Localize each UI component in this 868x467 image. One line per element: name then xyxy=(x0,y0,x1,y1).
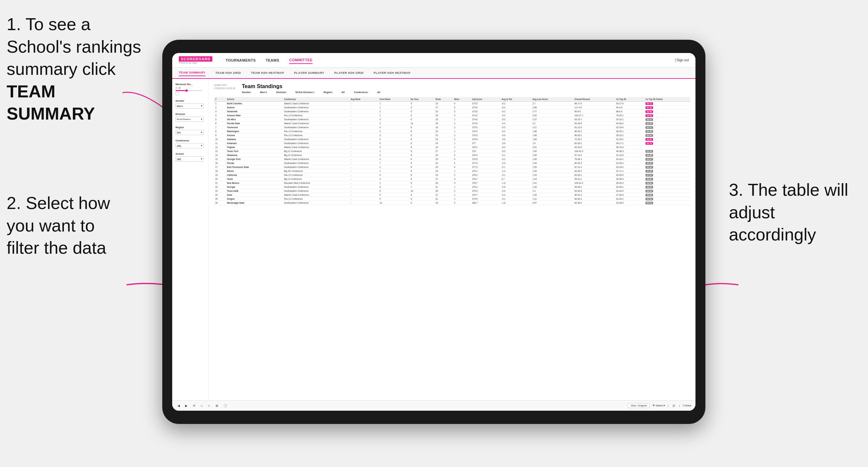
sub-nav-player-summary[interactable]: PLAYER SUMMARY xyxy=(294,70,324,76)
toolbar-copy[interactable]: ⊡ xyxy=(671,403,677,408)
toolbar-home[interactable]: ⌂ xyxy=(199,403,204,408)
cell-wins: 2 xyxy=(453,126,471,129)
watch-button[interactable]: 👁 Watch ▾ xyxy=(652,404,665,407)
cell-no-tour: 8 xyxy=(409,169,434,173)
cell-conference: Pac-12 Conference xyxy=(283,173,349,177)
col-avg-low: Avg Low Score xyxy=(531,97,573,102)
toolbar-share2[interactable]: ⊞ xyxy=(214,403,220,408)
filter-conf-value: All xyxy=(377,91,380,94)
sub-nav-team-h2h-grid[interactable]: TEAM H2H GRID xyxy=(215,70,241,76)
cell-avg-low: 1.85 xyxy=(531,149,573,153)
cell-avg-rank: - xyxy=(349,201,378,205)
col-school: School xyxy=(225,97,282,102)
cell-conf-rank: 2 xyxy=(378,129,409,133)
cell-vs25: 40-38-3 xyxy=(615,149,644,153)
cell-avg-rank: - xyxy=(349,142,378,146)
cell-conference: Southeastern Conference xyxy=(283,142,349,146)
cell-vs50: 83.68 xyxy=(644,153,690,157)
cell-avg-par: -6.2 xyxy=(500,102,531,106)
cell-conference: Big Ten Conference xyxy=(283,169,349,173)
cell-rnds: 24 xyxy=(434,153,453,157)
sub-nav-player-h2h-heatmap[interactable]: PLAYER H2H HEATMAP xyxy=(374,70,411,76)
standings-table: # School Conference Avg Rank Conf Rank N… xyxy=(214,97,690,205)
cell-rank: 21 xyxy=(214,181,225,185)
cell-avg-low: 2.2 xyxy=(531,122,573,126)
sub-nav-team-summary[interactable]: TEAM SUMMARY xyxy=(179,69,205,76)
cell-adj-score: 276.9 xyxy=(471,157,500,161)
cell-rank: 24 xyxy=(214,193,225,197)
region-select[interactable]: N/A ▾ xyxy=(176,130,204,135)
tablet-frame: SCOREBOARD Powered by clippi TOURNAMENTS… xyxy=(162,40,705,424)
cell-overall: 83-15-0 xyxy=(573,146,615,149)
cell-adj-score: 279.7 xyxy=(471,193,500,197)
toolbar-bookmark[interactable]: ☆ xyxy=(206,403,212,408)
cell-adj-score: 276.1 xyxy=(471,146,500,149)
cell-avg-par: -6.0 xyxy=(500,129,531,133)
cell-conf-rank: 4 xyxy=(378,157,409,161)
cell-rank: 10 xyxy=(214,137,225,142)
cell-conference: Pac-12 Conference xyxy=(283,129,349,133)
cell-avg-low: 1.85 xyxy=(531,153,573,157)
gender-chevron: ▾ xyxy=(201,105,203,107)
cell-conference: Southeastern Conference xyxy=(283,110,349,114)
toolbar-reload[interactable]: ↺ xyxy=(191,403,197,408)
cell-overall: 100-27-1 xyxy=(573,114,615,118)
cell-avg-low: 0.97 xyxy=(531,201,573,205)
cell-rank: 19 xyxy=(214,173,225,177)
cell-avg-low: 2.77 xyxy=(531,110,573,114)
nav-committee[interactable]: COMMITTEE xyxy=(289,57,313,64)
table-row: 6 Florida State Atlantic Coast Conferenc… xyxy=(214,122,690,126)
toolbar-back[interactable]: ◀ xyxy=(176,403,181,408)
col-wins: Wins xyxy=(453,97,471,102)
cell-school: Arkansas xyxy=(225,142,282,146)
cell-no-tour: 7 xyxy=(409,185,434,189)
sidebar-filters: Minimum Ro... 4 30 Gender Men's xyxy=(172,79,209,400)
nav-teams[interactable]: TEAMS xyxy=(266,57,279,64)
conference-select[interactable]: (All) ▾ xyxy=(176,143,204,148)
slider-checkbox[interactable] xyxy=(176,92,179,95)
filter-region-label: Region: xyxy=(323,91,333,94)
cell-vs25: 23-18-2 xyxy=(615,165,644,169)
cell-rank: 17 xyxy=(214,165,225,169)
school-select[interactable]: (All) ▾ xyxy=(176,156,204,162)
cell-avg-low: 1.44 xyxy=(531,177,573,181)
share-button[interactable]: ⤴ Share xyxy=(683,404,691,407)
toolbar-clock[interactable]: 🕐 xyxy=(222,403,228,408)
sign-out-button[interactable]: | Sign out xyxy=(675,58,689,62)
cell-vs50: 85.58 xyxy=(644,114,690,118)
cell-rank: 7 xyxy=(214,126,225,129)
gender-select[interactable]: Men's ▾ xyxy=(176,103,204,108)
cell-wins: 6 xyxy=(453,106,471,110)
cell-vs50: 83.34 xyxy=(644,149,690,153)
table-row: 21 New Mexico Mountain West Conference -… xyxy=(214,181,690,185)
cell-adj-score: 274.8 xyxy=(471,118,500,122)
cell-conf-rank: 2 xyxy=(378,122,409,126)
cell-wins: 3 xyxy=(453,137,471,142)
cell-conf-rank: 1 xyxy=(378,165,409,169)
cell-wins: 2 xyxy=(453,149,471,153)
division-select[interactable]: NCAA Division I ▾ xyxy=(176,117,204,122)
cell-overall: 80-25-2 xyxy=(573,161,615,165)
cell-vs25: 29-20-2 xyxy=(615,181,644,185)
cell-overall: 104-42-3 xyxy=(573,149,615,153)
sub-nav-team-h2h-heatmap[interactable]: TEAM H2H HEATMAP xyxy=(251,70,284,76)
cell-vs25: 31-18-0 xyxy=(615,153,644,157)
cell-wins: 4 xyxy=(453,102,471,106)
min-rounds-slider[interactable] xyxy=(176,90,202,91)
cell-avg-low: 3.01 xyxy=(531,146,573,149)
table-row: 23 Texas A&M Southeastern Conference - 9… xyxy=(214,189,690,193)
cell-rnds: 27 xyxy=(434,149,453,153)
cell-rnds: 24 xyxy=(434,146,453,149)
cell-vs25: 35-14-0 xyxy=(615,146,644,149)
cell-conference: Atlantic Coast Conference xyxy=(283,122,349,126)
cell-conference: Atlantic Coast Conference xyxy=(283,157,349,161)
step3-line2: adjust accordingly xyxy=(729,203,816,244)
nav-tournaments[interactable]: TOURNAMENTS xyxy=(225,57,256,64)
view-original-button[interactable]: View: Original xyxy=(627,403,650,408)
sub-nav-player-h2h-grid[interactable]: PLAYER H2H GRID xyxy=(334,70,364,76)
cell-wins: 2 xyxy=(453,122,471,126)
gender-label: Gender xyxy=(176,99,205,102)
cell-avg-rank: - xyxy=(349,122,378,126)
toolbar-forward[interactable]: ▶ xyxy=(184,403,189,408)
cell-vs50: 85.02 xyxy=(644,161,690,165)
